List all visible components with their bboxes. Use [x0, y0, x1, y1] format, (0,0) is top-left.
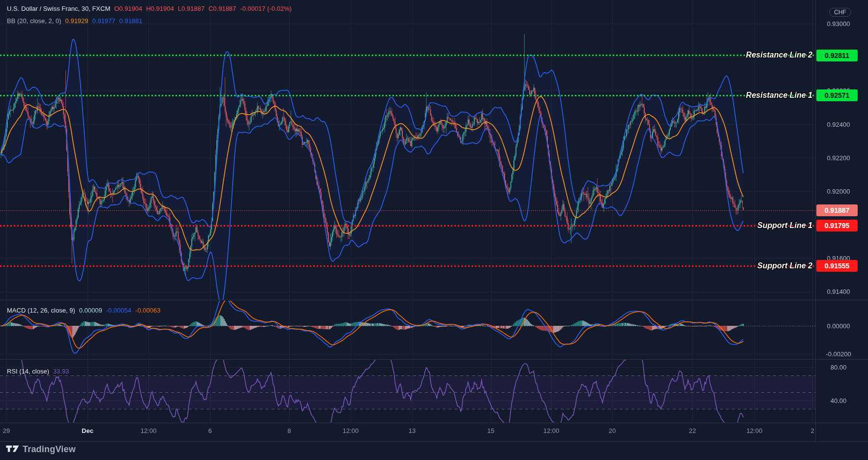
- rsi-label: RSI (14, close): [7, 368, 49, 375]
- price-axis-badge: 0.92811: [816, 50, 858, 61]
- rsi-legend[interactable]: RSI (14, close) 33.93: [7, 368, 69, 375]
- ohlc-open: O0.91904: [114, 5, 142, 12]
- tradingview-watermark-text: TradingView: [23, 444, 76, 455]
- price-axis-badge: 0.91555: [816, 260, 858, 272]
- macd-signal-value: -0.00063: [135, 307, 160, 314]
- price-change: -0.00017 (-0.02%): [240, 5, 292, 12]
- time-axis-label: 12:00: [543, 427, 560, 434]
- tradingview-watermark[interactable]: TradingView: [6, 444, 76, 455]
- time-axis-label: 8: [287, 427, 291, 434]
- bb-legend[interactable]: BB (20, close, 2, 0) 0.91929 0.91977 0.9…: [7, 17, 143, 25]
- price-axis-label: 0.00000: [816, 322, 861, 330]
- price-axis-label: 0.92200: [816, 154, 861, 162]
- price-axis-label: 0.91400: [816, 288, 861, 295]
- level-label[interactable]: Resistance Line 2: [746, 51, 812, 59]
- bb-basis-value: 0.91929: [65, 17, 89, 25]
- price-axis-badge: 0.91887: [816, 204, 858, 216]
- time-axis-label: 12:00: [747, 427, 763, 434]
- ohlc-close: C0.91887: [209, 5, 236, 12]
- currency-chip[interactable]: CHF: [829, 8, 851, 17]
- level-label[interactable]: Support Line 1: [757, 221, 812, 230]
- macd-legend[interactable]: MACD (12, 26, close, 9) 0.00009 -0.00054…: [7, 307, 160, 314]
- ohlc-high: H0.91904: [146, 5, 174, 12]
- price-chart-canvas[interactable]: [0, 0, 868, 460]
- price-axis-label: -0.00200: [816, 350, 861, 358]
- time-axis-label: 20: [609, 427, 616, 434]
- symbol-title: U.S. Dollar / Swiss Franc, 30, FXCM: [7, 5, 110, 12]
- price-axis-label: 80.00: [816, 364, 861, 371]
- time-axis-label: 6: [208, 427, 211, 434]
- time-axis-label: 12:00: [141, 427, 157, 434]
- time-axis-label: Dec: [82, 427, 93, 434]
- ohlc-low: L0.91887: [178, 5, 205, 12]
- time-axis-label: 2: [810, 427, 814, 434]
- tradingview-logo-icon: [6, 445, 19, 455]
- time-axis-label: 13: [409, 427, 416, 434]
- macd-line-value: -0.00054: [106, 307, 131, 314]
- rsi-value: 33.93: [53, 368, 69, 375]
- time-axis-label: 29: [3, 427, 10, 434]
- price-axis-label: 0.92000: [816, 188, 861, 195]
- price-axis-label: 0.92400: [816, 121, 861, 128]
- price-axis-label: 0.93000: [816, 20, 861, 28]
- bb-label: BB (20, close, 2, 0): [7, 17, 61, 25]
- bb-lower-value: 0.91881: [120, 17, 143, 25]
- price-axis-badge: 0.91795: [816, 220, 858, 231]
- level-label[interactable]: Support Line 2: [757, 261, 812, 270]
- time-axis-label: 15: [487, 427, 494, 434]
- price-axis-badge: 0.92571: [816, 89, 858, 101]
- time-axis-label: 12:00: [343, 427, 359, 434]
- chart-window: U.S. Dollar / Swiss Franc, 30, FXCM O0.9…: [0, 0, 868, 460]
- macd-hist-value: 0.00009: [79, 307, 102, 314]
- price-axis-label: 40.00: [816, 397, 861, 404]
- symbol-legend[interactable]: U.S. Dollar / Swiss Franc, 30, FXCM O0.9…: [7, 5, 292, 12]
- bb-upper-value: 0.91977: [92, 17, 116, 25]
- macd-label: MACD (12, 26, close, 9): [7, 307, 75, 314]
- time-axis-label: 22: [689, 427, 696, 434]
- level-label[interactable]: Resistance Line 1: [746, 91, 812, 100]
